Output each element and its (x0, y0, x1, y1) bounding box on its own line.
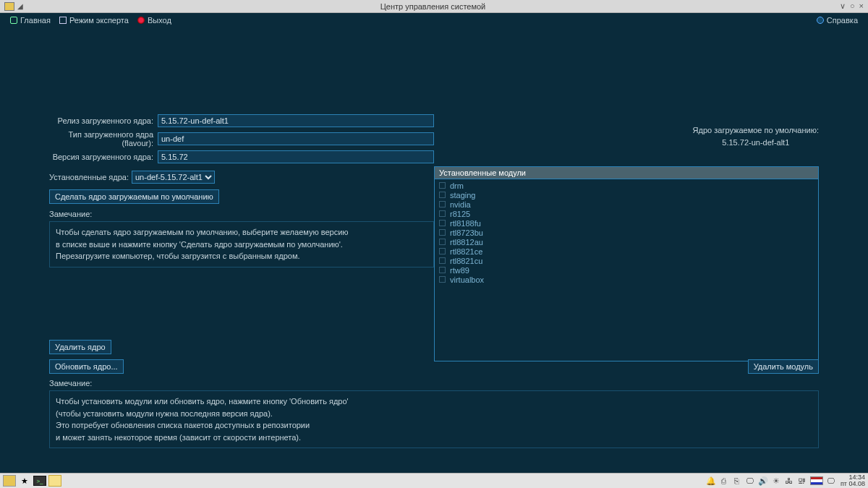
terminal-icon[interactable]: >_ (33, 476, 46, 486)
delete-kernel-button[interactable]: Удалить ядро (49, 340, 111, 354)
task-active-icon[interactable] (48, 475, 61, 487)
module-row[interactable]: virtualbox (438, 275, 815, 284)
modules-header: Установленные модули (434, 166, 819, 179)
screen-icon[interactable]: 🖵 (826, 476, 836, 486)
module-checkbox[interactable] (439, 192, 446, 198)
module-checkbox[interactable] (439, 201, 446, 207)
flavour-input[interactable] (158, 132, 434, 145)
module-row[interactable]: rtl8812au (438, 237, 815, 247)
help-icon (817, 17, 824, 24)
module-checkbox[interactable] (439, 276, 446, 283)
clock[interactable]: 14:34 пт 04.08 (841, 474, 865, 487)
version-input[interactable] (158, 150, 434, 163)
module-row[interactable]: drm (438, 181, 815, 190)
module-checkbox[interactable] (439, 229, 446, 236)
app-icon (4, 2, 14, 11)
module-row[interactable]: rtl8821cu (438, 256, 815, 265)
monitor-icon[interactable]: 🖳 (797, 476, 807, 486)
module-label: rtl8812au (450, 237, 483, 247)
maximize-icon[interactable]: ○ (850, 1, 855, 11)
module-label: r8125 (450, 209, 470, 219)
app-menu-icon[interactable] (3, 475, 16, 487)
chevron-up-icon[interactable]: ◢ (17, 2, 23, 10)
module-checkbox[interactable] (439, 257, 446, 264)
update-kernel-button[interactable]: Обновить ядро... (49, 359, 124, 374)
module-label: staging (450, 190, 475, 200)
module-checkbox[interactable] (439, 248, 446, 254)
notes-icon[interactable]: ⎙ (719, 476, 729, 486)
module-label: drm (450, 181, 464, 191)
network-icon[interactable]: 🖧 (784, 476, 794, 486)
brightness-icon[interactable]: ☀ (771, 476, 781, 486)
module-label: rtl8821cu (450, 256, 482, 266)
expert-icon (59, 17, 67, 24)
volume-icon[interactable]: 🔊 (758, 476, 768, 486)
bell-icon[interactable]: 🔔 (706, 476, 716, 486)
menubar: Главная Режим эксперта Выход Справка (0, 13, 868, 27)
menu-exit[interactable]: Выход (133, 14, 176, 26)
module-label: rtl8723bu (450, 228, 483, 238)
exit-icon (137, 17, 145, 24)
installed-select[interactable]: un-def-5.15.72-alt1 (132, 171, 215, 184)
module-checkbox[interactable] (439, 239, 446, 245)
modules-list[interactable]: drmstagingnvidiar8125rtl8188furtl8723bur… (434, 179, 819, 361)
delete-module-button[interactable]: Удалить модуль (748, 359, 819, 374)
module-label: nvidia (450, 200, 471, 210)
module-row[interactable]: nvidia (438, 200, 815, 209)
modules-panel: Установленные модули drmstagingnvidiar81… (434, 166, 819, 361)
content: Релиз загруженного ядра: Тип загруженног… (0, 27, 868, 473)
display-icon[interactable]: 🖵 (745, 476, 755, 486)
version-label: Версия загруженного ядра: (49, 153, 158, 161)
note2-label: Замечание: (49, 379, 819, 388)
module-row[interactable]: rtl8821ce (438, 247, 815, 256)
module-checkbox[interactable] (439, 210, 446, 217)
module-row[interactable]: rtl8188fu (438, 218, 815, 228)
clipboard-icon[interactable]: ⎘ (732, 476, 742, 486)
note1-label: Замечание: (49, 210, 434, 218)
installed-label: Установленные ядра: (49, 173, 129, 181)
home-icon (10, 17, 17, 24)
module-label: virtualbox (450, 275, 484, 285)
flavour-label: Тип загруженного ядра (flavour): (49, 130, 158, 147)
menu-expert[interactable]: Режим эксперта (55, 14, 133, 26)
module-row[interactable]: rtw89 (438, 265, 815, 275)
module-checkbox[interactable] (439, 220, 446, 226)
minimize-icon[interactable]: ∨ (840, 1, 846, 11)
flag-icon[interactable] (810, 476, 823, 485)
menu-home[interactable]: Главная (6, 14, 55, 26)
module-label: rtl8188fu (450, 218, 481, 228)
set-default-button[interactable]: Сделать ядро загружаемым по умолчанию (49, 189, 219, 204)
taskbar: ★ >_ 🔔 ⎙ ⎘ 🖵 🔊 ☀ 🖧 🖳 🖵 14:34 пт 04.08 (0, 473, 868, 488)
module-checkbox[interactable] (439, 267, 446, 273)
menu-help[interactable]: Справка (812, 14, 862, 26)
module-checkbox[interactable] (439, 182, 446, 189)
app-area: Главная Режим эксперта Выход Справка Рел… (0, 13, 868, 473)
release-input[interactable] (158, 114, 434, 127)
note1-box: Чтобы сделать ядро загружаемым по умолча… (49, 221, 434, 267)
star-icon[interactable]: ★ (18, 475, 31, 487)
window-title: Центр управления системой (26, 2, 840, 11)
module-label: rtl8821ce (450, 247, 482, 257)
titlebar: ◢ Центр управления системой ∨ ○ × (0, 0, 868, 13)
module-label: rtw89 (450, 265, 469, 275)
module-row[interactable]: r8125 (438, 209, 815, 218)
module-row[interactable]: staging (438, 190, 815, 200)
release-label: Релиз загруженного ядра: (49, 116, 158, 125)
close-icon[interactable]: × (859, 1, 864, 11)
module-row[interactable]: rtl8723bu (438, 228, 815, 237)
note2-box: Чтобы установить модули или обновить ядр… (49, 390, 819, 448)
